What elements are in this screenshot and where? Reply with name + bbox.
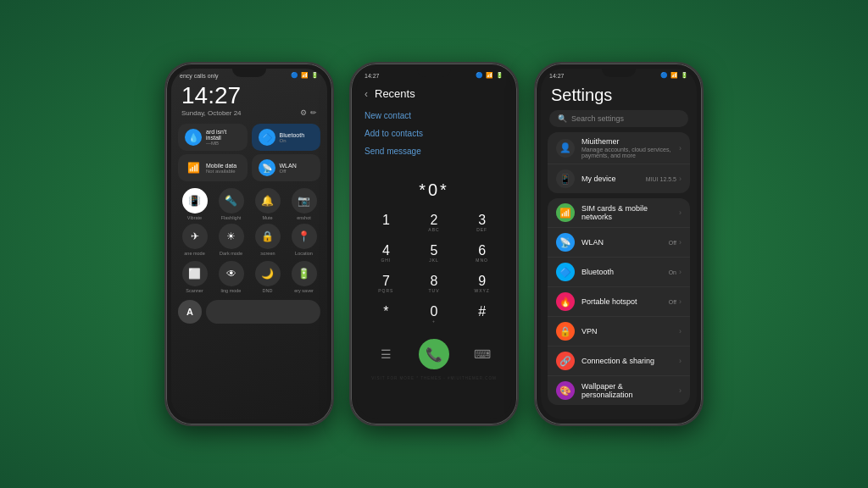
location-btn[interactable]: 📍 Location (287, 224, 320, 256)
key-4-num: 4 (382, 244, 390, 258)
hotspot-label: Portable hotspot (581, 297, 662, 306)
bluetooth-item[interactable]: 🔷 Bluetooth On › (548, 258, 690, 287)
key-7[interactable]: 7 PQRS (363, 269, 409, 298)
airplane-label: ane mode (184, 251, 204, 256)
phone3-screen: 14:27 🔵📶🔋 Settings 🔍 Search settings 👤 M… (541, 69, 697, 419)
edit-icon[interactable]: ✏ (310, 108, 317, 117)
send-message-link[interactable]: Send message (364, 142, 504, 160)
wlan-chevron: › (679, 238, 682, 247)
seek-bar[interactable] (206, 300, 320, 324)
notch2 (417, 69, 451, 77)
wallpaper-chevron: › (679, 386, 682, 395)
phone1-screen: ency calls only 🔵📶🔋 14:27 Sunday, Octobe… (171, 69, 327, 419)
hotspot-icon: 🔥 (556, 292, 575, 311)
wlan-label: WLAN (581, 238, 662, 247)
mobile-data-tile[interactable]: 📶 Mobile data Not available (178, 154, 248, 181)
dialer-bottom: ☰ 📞 ⌨ (356, 330, 512, 374)
mute-circle: 🔔 (255, 188, 281, 214)
flashlight-btn[interactable]: 🔦 Flashlight (214, 188, 248, 220)
keypad-btn[interactable]: ⌨ (470, 341, 495, 367)
key-8-letters: TUV (428, 288, 439, 293)
hotspot-item[interactable]: 🔥 Portable hotspot Off › (548, 287, 690, 317)
bt-settings-icon: 🔷 (556, 263, 575, 281)
vpn-item[interactable]: 🔒 VPN › (548, 317, 690, 347)
scanner-btn[interactable]: ⬜ Scanner (178, 261, 211, 293)
wlan-icon: 📡 (556, 233, 575, 252)
screenshot-label: enshot (297, 215, 311, 220)
my-device-status: MIUI 12.5.5 (646, 176, 676, 182)
miuithemer-item[interactable]: 👤 Miuithemer Manage accounts, cloud serv… (548, 132, 690, 164)
airplane-circle: ✈ (182, 224, 208, 249)
connection-sharing-item[interactable]: 🔗 Connection & sharing › (548, 347, 690, 376)
location-label: Location (295, 251, 313, 256)
watermark: VISIT FOR MORE * THEMES - #MIUITHEMER.CO… (356, 374, 512, 382)
sim-label: SIM cards & mobile networks (581, 204, 672, 221)
wlan-tile[interactable]: 📡 WLAN Off (252, 154, 321, 181)
key-star[interactable]: * (363, 300, 409, 329)
dialer-number: *0* (419, 180, 449, 199)
connection-icon: 🔗 (556, 352, 575, 370)
key-8-num: 8 (431, 274, 438, 288)
my-device-item[interactable]: 📱 My device MIUI 12.5.5 › (548, 164, 690, 193)
phone1: ency calls only 🔵📶🔋 14:27 Sunday, Octobe… (164, 62, 334, 426)
phone2: 14:27 🔵📶🔋 ‹ Recents New contact Add to c… (349, 62, 519, 426)
bluetooth-tile[interactable]: 🔷 Bluetooth On (252, 124, 321, 151)
mute-label: Mute (262, 215, 272, 220)
airplane-btn[interactable]: ✈ ane mode (178, 224, 211, 256)
bt-label: Bluetooth (280, 132, 314, 138)
notch3 (602, 69, 636, 77)
screen-btn[interactable]: 🔒 :screen (251, 224, 284, 256)
key-4[interactable]: 4 GHI (363, 239, 409, 268)
screenshot-btn[interactable]: 📷 enshot (287, 188, 320, 220)
battery-btn[interactable]: 🔋 ery saver (287, 261, 320, 293)
key-3-num: 3 (478, 214, 486, 227)
key-8[interactable]: 8 TUV (411, 269, 458, 298)
connection-chevron: › (679, 357, 682, 365)
call-button[interactable]: 📞 (419, 339, 449, 369)
key-6[interactable]: 6 MNO (459, 239, 505, 268)
sim-networks-item[interactable]: 📶 SIM cards & mobile networks › (548, 198, 690, 228)
recents-title: Recents (375, 87, 415, 100)
wlan-item[interactable]: 📡 WLAN Off › (548, 228, 690, 258)
scanner-label: Scanner (186, 288, 203, 293)
wifi-icon: 📡 (259, 159, 275, 176)
key-5[interactable]: 5 JKL (411, 239, 458, 268)
key-0[interactable]: 0 + (411, 300, 458, 329)
reading-btn[interactable]: 👁 ling mode (214, 261, 248, 293)
settings-search-bar[interactable]: 🔍 Search settings (549, 110, 688, 127)
phone3: 14:27 🔵📶🔋 Settings 🔍 Search settings 👤 M… (534, 62, 704, 426)
avatar[interactable]: A (178, 300, 202, 324)
bluetooth-label: Bluetooth (581, 268, 662, 276)
calendar-icon[interactable]: ⚙ (300, 108, 307, 117)
dnd-btn[interactable]: 🌙 DND (251, 261, 284, 293)
key-1[interactable]: 1 (363, 208, 409, 237)
wallpaper-item[interactable]: 🎨 Wallpaper & personalization › (548, 376, 690, 405)
key-hash[interactable]: # (459, 300, 505, 329)
key-9[interactable]: 9 WXYZ (459, 269, 505, 298)
vibrate-btn[interactable]: 📳 Vibrate (178, 188, 211, 220)
scanner-circle: ⬜ (182, 261, 208, 286)
add-to-contacts-link[interactable]: Add to contacts (364, 125, 504, 142)
key-1-num: 1 (382, 214, 390, 227)
key-7-num: 7 (382, 274, 390, 288)
dialer-input: *0* (356, 164, 512, 207)
dark-mode-btn[interactable]: ☀ Dark mode (214, 224, 248, 256)
wlan-status: Off (669, 240, 676, 246)
control-grid: 📳 Vibrate 🔦 Flashlight 🔔 Mute 📷 enshot ✈ (171, 185, 327, 259)
key-2-letters: ABC (428, 227, 439, 232)
new-contact-link[interactable]: New contact (364, 107, 504, 125)
mute-btn[interactable]: 🔔 Mute (251, 188, 284, 220)
data-tile[interactable]: 💧 ard isn't install —MB (178, 124, 248, 151)
key-0-num: 0 (431, 305, 438, 319)
key-3[interactable]: 3 DEF (459, 208, 505, 237)
data-label: ard isn't install (206, 129, 241, 141)
key-2[interactable]: 2 ABC (411, 208, 458, 237)
key-6-num: 6 (478, 244, 486, 258)
miuithemer-sub: Manage accounts, cloud services, payment… (581, 147, 672, 158)
vpn-chevron: › (679, 327, 682, 336)
bluetooth-chevron: › (679, 268, 682, 276)
menu-btn[interactable]: ☰ (373, 341, 398, 367)
key-hash-num: # (478, 305, 486, 319)
back-arrow[interactable]: ‹ (364, 88, 368, 100)
bottom-row: ⬜ Scanner 👁 ling mode 🌙 DND 🔋 ery saver (171, 259, 327, 297)
